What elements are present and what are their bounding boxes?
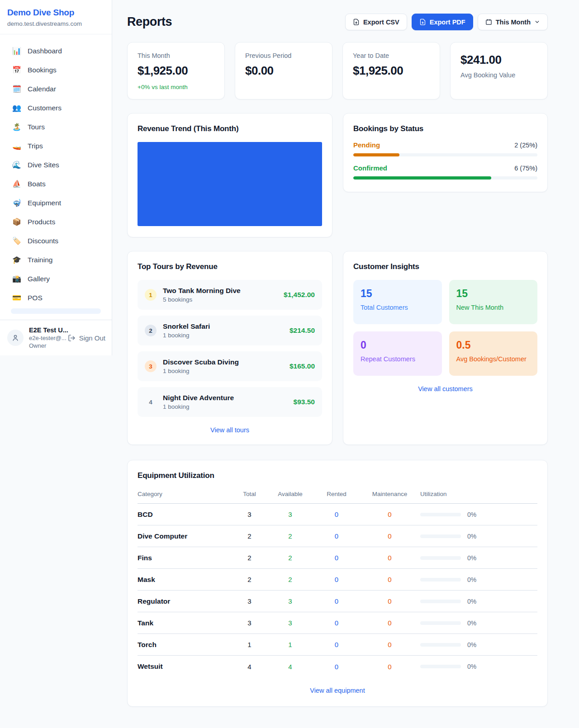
cell-maintenance: 0 xyxy=(359,619,420,627)
cell-available: 2 xyxy=(266,532,314,540)
col-rented: Rented xyxy=(314,491,359,497)
top-tours-card: Top Tours by Revenue 1 Two Tank Morning … xyxy=(127,251,332,445)
table-row: BCD 3 3 0 0 0% xyxy=(138,504,537,525)
cell-maintenance: 0 xyxy=(359,576,420,583)
export-pdf-button[interactable]: Export PDF xyxy=(412,14,473,30)
revenue-trend-bar xyxy=(138,142,322,226)
tour-bookings: 1 booking xyxy=(163,368,283,374)
camera-icon: 📸 xyxy=(12,274,22,283)
trips-boat-icon: 🚤 xyxy=(12,142,22,150)
avatar xyxy=(7,330,24,346)
col-available: Available xyxy=(266,491,314,497)
sidebar-item-gallery[interactable]: 📸 Gallery xyxy=(5,270,106,287)
stat-card-previous-period: Previous Period $0.00 xyxy=(235,42,332,99)
tour-row: 3 Discover Scuba Diving 1 booking $165.0… xyxy=(138,351,322,381)
tour-name: Snorkel Safari xyxy=(163,322,283,331)
sidebar-item-training[interactable]: 🎓 Training xyxy=(5,251,106,268)
calendar-icon: 🗓️ xyxy=(12,85,22,93)
view-all-equipment-link[interactable]: View all equipment xyxy=(138,687,537,694)
tour-row: 1 Two Tank Morning Dive 5 bookings $1,45… xyxy=(138,280,322,310)
stat-value: $0.00 xyxy=(245,64,322,78)
sidebar-item-discounts[interactable]: 🏷️ Discounts xyxy=(5,232,106,249)
utilization-percent: 0% xyxy=(467,663,476,670)
period-dropdown[interactable]: This Month xyxy=(478,14,548,30)
sidebar-item-dashboard[interactable]: 📊 Dashboard xyxy=(5,43,106,59)
cell-rented: 0 xyxy=(314,532,359,540)
graduation-cap-icon: 🎓 xyxy=(12,255,22,264)
tour-name: Two Tank Morning Dive xyxy=(163,287,277,295)
utilization-bar xyxy=(420,665,461,668)
tile-label: Avg Bookings/Customer xyxy=(456,355,531,363)
tile-label: New This Month xyxy=(456,304,531,311)
rank-badge: 2 xyxy=(145,325,157,336)
cell-available: 3 xyxy=(266,597,314,605)
export-pdf-label: Export PDF xyxy=(430,19,465,26)
sidebar-item-label: Products xyxy=(28,218,55,226)
stat-card-year-to-date: Year to Date $1,925.00 xyxy=(342,42,440,99)
sidebar-item-bookings[interactable]: 📅 Bookings xyxy=(5,61,106,78)
utilization-bar xyxy=(420,578,461,581)
progress-fill xyxy=(353,153,399,156)
tour-bookings: 5 bookings xyxy=(163,296,277,303)
sidebar-item-label: Equipment xyxy=(28,199,61,207)
view-all-tours-link[interactable]: View all tours xyxy=(138,426,322,434)
customers-people-icon: 👥 xyxy=(12,104,22,112)
period-label: This Month xyxy=(496,19,531,26)
utilization-percent: 0% xyxy=(467,619,476,627)
cell-rented: 0 xyxy=(314,619,359,627)
sidebar-item-pos[interactable]: 💳 POS xyxy=(5,289,106,306)
cell-total: 3 xyxy=(233,511,266,518)
sidebar-item-customers[interactable]: 👥 Customers xyxy=(5,99,106,116)
sidebar-item-label: Customers xyxy=(28,104,62,112)
tour-amount: $93.50 xyxy=(294,398,315,406)
col-category: Category xyxy=(138,491,233,497)
stat-label: This Month xyxy=(138,52,214,59)
charts-row: Revenue Trend (This Month) Bookings by S… xyxy=(127,113,548,237)
sidebar-item-label: Discounts xyxy=(28,237,58,245)
sidebar-header: Demo Dive Shop demo.test.divestreams.com xyxy=(0,0,112,34)
progress-track xyxy=(353,176,537,180)
table-row: Regulator 3 3 0 0 0% xyxy=(138,591,537,612)
cell-total: 2 xyxy=(233,576,266,583)
sidebar-item-trips[interactable]: 🚤 Trips xyxy=(5,137,106,154)
stat-card-avg-booking-value: $241.00 Avg Booking Value xyxy=(450,42,548,99)
tile-total-customers: 15 Total Customers xyxy=(353,280,442,324)
sidebar-item-dive-sites[interactable]: 🌊 Dive Sites xyxy=(5,156,106,173)
cell-category: Wetsuit xyxy=(138,662,233,671)
bookings-calendar-icon: 📅 xyxy=(12,66,22,74)
status-label: Confirmed xyxy=(353,164,387,172)
stat-delta: +0% vs last month xyxy=(138,84,214,90)
cell-rented: 0 xyxy=(314,663,359,671)
sidebar-item-boats[interactable]: ⛵ Boats xyxy=(5,175,106,192)
view-all-customers-link[interactable]: View all customers xyxy=(353,385,537,392)
sidebar-item-label: Tours xyxy=(28,123,45,131)
sidebar-item-products[interactable]: 📦 Products xyxy=(5,213,106,230)
cell-available: 1 xyxy=(266,641,314,648)
dashboard-chart-icon: 📊 xyxy=(12,47,22,55)
tile-repeat-customers: 0 Repeat Customers xyxy=(353,331,442,376)
sign-out-button[interactable]: Sign Out xyxy=(68,334,105,342)
export-csv-button[interactable]: Export CSV xyxy=(345,14,407,30)
stat-card-this-month: This Month $1,925.00 +0% vs last month xyxy=(127,42,225,99)
cell-category: Fins xyxy=(138,554,233,562)
table-row: Torch 1 1 0 0 0% xyxy=(138,634,537,656)
cell-rented: 0 xyxy=(314,597,359,605)
tour-amount: $214.50 xyxy=(290,326,315,335)
main-content: Reports Export CSV Export PDF This Month xyxy=(112,0,548,725)
header-actions: Export CSV Export PDF This Month xyxy=(345,14,548,30)
tours-island-icon: 🏝️ xyxy=(12,123,22,131)
tour-name: Discover Scuba Diving xyxy=(163,358,283,366)
equipment-utilization-title: Equipment Utilization xyxy=(138,471,537,480)
table-row: Dive Computer 2 2 0 0 0% xyxy=(138,525,537,547)
sidebar-active-item-partial[interactable] xyxy=(11,308,101,314)
sidebar-item-tours[interactable]: 🏝️ Tours xyxy=(5,118,106,135)
package-icon: 📦 xyxy=(12,217,22,226)
utilization-bar xyxy=(420,643,461,647)
utilization-bar xyxy=(420,556,461,560)
utilization-bar xyxy=(420,621,461,625)
sidebar-item-calendar[interactable]: 🗓️ Calendar xyxy=(5,80,106,97)
tour-bookings: 1 booking xyxy=(163,403,287,410)
credit-card-icon: 💳 xyxy=(12,293,22,302)
sidebar-item-label: Bookings xyxy=(28,66,57,74)
sidebar-item-equipment[interactable]: 🤿 Equipment xyxy=(5,194,106,211)
